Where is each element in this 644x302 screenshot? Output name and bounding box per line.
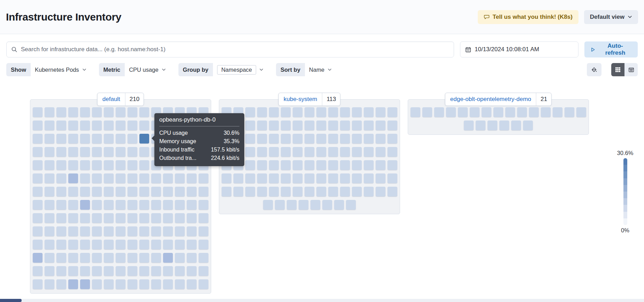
pod-cell[interactable] (151, 173, 161, 183)
pod-cell[interactable] (281, 187, 291, 196)
pod-cell[interactable] (281, 134, 291, 144)
pod-cell[interactable] (56, 240, 66, 249)
pod-cell[interactable] (199, 266, 208, 276)
pod-cell[interactable] (68, 187, 78, 196)
pod-cell[interactable] (56, 253, 66, 263)
pod-cell[interactable] (116, 240, 125, 249)
group-name-link[interactable]: default (98, 93, 125, 106)
pod-cell[interactable] (163, 253, 173, 263)
pod-cell[interactable] (163, 187, 173, 196)
pod-cell[interactable] (68, 107, 78, 117)
pod-cell[interactable] (116, 147, 125, 157)
pod-cell[interactable] (80, 226, 90, 236)
pod-cell[interactable] (488, 121, 497, 130)
pod-cell[interactable] (33, 173, 43, 183)
pod-cell[interactable] (163, 213, 173, 223)
pod-cell[interactable] (116, 134, 125, 144)
pod-cell[interactable] (388, 160, 397, 170)
pod-cell[interactable] (376, 160, 385, 170)
pod-cell[interactable] (33, 213, 43, 223)
pod-cell[interactable] (175, 266, 185, 276)
pod-cell[interactable] (163, 266, 173, 276)
pod-cell[interactable] (305, 187, 314, 196)
pod-cell[interactable] (139, 266, 149, 276)
pod-cell[interactable] (92, 279, 102, 289)
pod-cell[interactable] (45, 226, 54, 236)
pod-cell[interactable] (128, 253, 137, 263)
pod-cell[interactable] (287, 200, 297, 210)
pod-cell[interactable] (45, 279, 54, 289)
pod-cell[interactable] (68, 226, 78, 236)
pod-cell[interactable] (128, 240, 137, 249)
pod-cell[interactable] (139, 173, 149, 183)
pod-cell[interactable] (92, 173, 102, 183)
pod-cell[interactable] (116, 121, 125, 130)
pod-cell[interactable] (352, 187, 362, 196)
pod-cell[interactable] (199, 253, 208, 263)
pod-cell[interactable] (139, 160, 149, 170)
pod-cell[interactable] (33, 279, 43, 289)
pod-cell[interactable] (334, 200, 344, 210)
pod-cell[interactable] (199, 213, 208, 223)
pod-cell[interactable] (163, 279, 173, 289)
pod-cell[interactable] (328, 147, 338, 157)
pod-cell[interactable] (493, 107, 503, 117)
pod-cell[interactable] (565, 107, 574, 117)
pod-cell[interactable] (245, 147, 255, 157)
pod-cell[interactable] (45, 213, 54, 223)
pod-cell[interactable] (328, 121, 338, 130)
pod-cell[interactable] (116, 200, 125, 210)
pod-cell[interactable] (80, 279, 90, 289)
pod-cell[interactable] (328, 187, 338, 196)
pod-cell[interactable] (68, 173, 78, 183)
pod-cell[interactable] (104, 160, 114, 170)
pod-cell[interactable] (92, 240, 102, 249)
pod-cell[interactable] (104, 134, 114, 144)
pod-cell[interactable] (505, 107, 515, 117)
pod-cell[interactable] (199, 200, 208, 210)
pod-cell[interactable] (470, 107, 480, 117)
pod-cell[interactable] (305, 160, 314, 170)
pod-cell[interactable] (56, 266, 66, 276)
pod-cell[interactable] (104, 121, 114, 130)
waffle-view-button[interactable] (611, 63, 624, 76)
pod-cell[interactable] (33, 107, 43, 117)
pod-cell[interactable] (305, 107, 314, 117)
pod-cell[interactable] (33, 160, 43, 170)
pod-cell[interactable] (128, 134, 137, 144)
pod-cell[interactable] (187, 253, 197, 263)
pod-cell[interactable] (511, 121, 521, 130)
pod-cell[interactable] (92, 134, 102, 144)
pod-cell[interactable] (305, 173, 314, 183)
pod-cell[interactable] (151, 240, 161, 249)
pod-cell[interactable] (175, 279, 185, 289)
pod-cell[interactable] (80, 160, 90, 170)
pod-cell[interactable] (388, 107, 397, 117)
pod-cell[interactable] (104, 226, 114, 236)
pod-cell[interactable] (316, 134, 326, 144)
group-name-link[interactable]: kube-system (279, 93, 322, 106)
pod-cell[interactable] (139, 200, 149, 210)
pod-cell[interactable] (116, 107, 125, 117)
pod-cell[interactable] (316, 173, 326, 183)
pod-cell[interactable] (376, 121, 385, 130)
pod-cell[interactable] (68, 213, 78, 223)
pod-cell[interactable] (45, 240, 54, 249)
pod-cell[interactable] (104, 240, 114, 249)
pod-cell[interactable] (269, 160, 279, 170)
pod-cell[interactable] (316, 147, 326, 157)
pod-cell[interactable] (68, 240, 78, 249)
pod-cell[interactable] (464, 121, 474, 130)
pod-cell[interactable] (128, 147, 137, 157)
pod-cell[interactable] (80, 187, 90, 196)
pod-cell[interactable] (33, 147, 43, 157)
pod-cell[interactable] (364, 187, 374, 196)
pod-cell[interactable] (458, 107, 468, 117)
pod-cell[interactable] (245, 107, 255, 117)
legend-options-button[interactable] (587, 63, 601, 76)
pod-cell[interactable] (139, 121, 149, 130)
pod-cell[interactable] (305, 147, 314, 157)
feedback-button[interactable]: Tell us what you think! (K8s) (478, 10, 578, 24)
sort-by-select[interactable]: Name (305, 63, 335, 76)
table-view-button[interactable] (624, 63, 638, 76)
